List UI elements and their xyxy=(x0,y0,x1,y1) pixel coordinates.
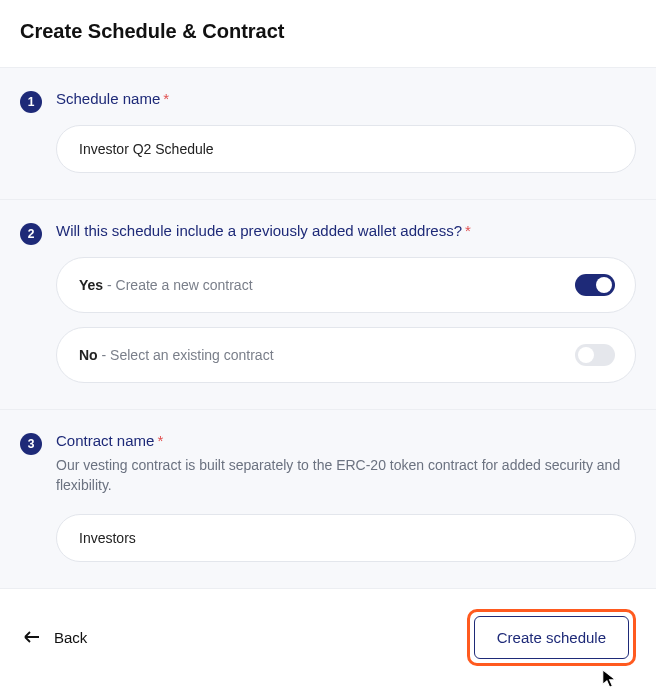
wallet-question-label: Will this schedule include a previously … xyxy=(56,222,636,239)
option-yes-row[interactable]: Yes - Create a new contract xyxy=(56,257,636,313)
back-button[interactable]: Back xyxy=(20,623,91,652)
primary-button-highlight: Create schedule xyxy=(467,609,636,666)
option-yes-toggle[interactable] xyxy=(575,274,615,296)
dialog-header: Create Schedule & Contract xyxy=(0,0,656,67)
required-star: * xyxy=(465,222,471,239)
contract-name-label: Contract name* xyxy=(56,432,636,449)
dialog-title: Create Schedule & Contract xyxy=(20,20,636,43)
create-schedule-button[interactable]: Create schedule xyxy=(474,616,629,659)
step-1-badge: 1 xyxy=(20,91,42,113)
step-3-section: 3 Contract name* Our vesting contract is… xyxy=(0,409,656,588)
schedule-name-label: Schedule name* xyxy=(56,90,636,107)
contract-name-input[interactable] xyxy=(56,514,636,562)
dialog-footer: Back Create schedule xyxy=(0,588,656,690)
schedule-name-input[interactable] xyxy=(56,125,636,173)
required-star: * xyxy=(163,90,169,107)
option-no-text: No - Select an existing contract xyxy=(79,347,274,363)
required-star: * xyxy=(157,432,163,449)
step-3-badge: 3 xyxy=(20,433,42,455)
step-1-section: 1 Schedule name* xyxy=(0,67,656,199)
arrow-left-icon xyxy=(24,630,40,644)
option-no-toggle[interactable] xyxy=(575,344,615,366)
back-button-label: Back xyxy=(54,629,87,646)
contract-name-description: Our vesting contract is built separately… xyxy=(56,455,636,496)
option-no-row[interactable]: No - Select an existing contract xyxy=(56,327,636,383)
option-yes-text: Yes - Create a new contract xyxy=(79,277,253,293)
step-2-section: 2 Will this schedule include a previousl… xyxy=(0,199,656,409)
step-2-badge: 2 xyxy=(20,223,42,245)
